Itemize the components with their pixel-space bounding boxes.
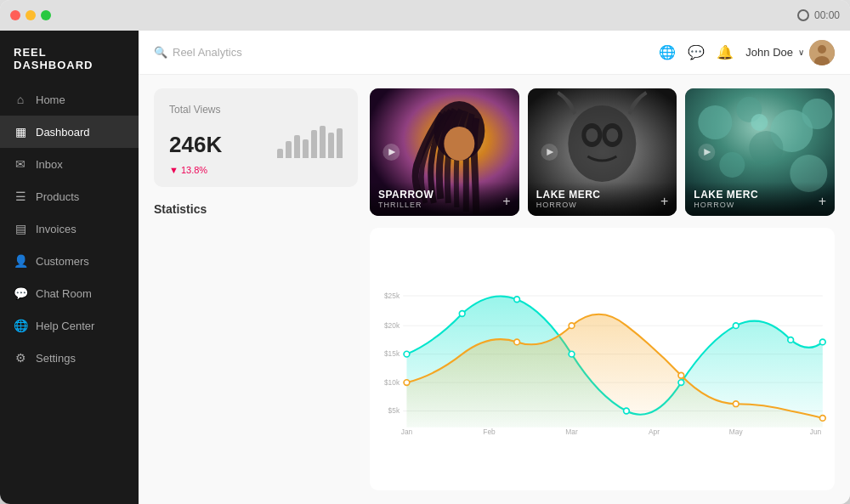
sidebar-label-products: Products: [36, 190, 79, 203]
sidebar-label-helpcenter: Help Center: [36, 320, 94, 332]
sidebar-item-customers[interactable]: 👤 Customers: [0, 245, 139, 277]
notification-icon[interactable]: 🔔: [717, 44, 734, 60]
svg-point-47: [514, 339, 520, 345]
movie-title-lakemerc1: LAKE MERC: [536, 189, 669, 201]
svg-text:Feb: Feb: [483, 428, 496, 436]
movie-card-lakemerc1[interactable]: LAKE MERC HORROW +: [528, 88, 677, 216]
stats-card: Total Views 246K ▼ 13.8%: [154, 88, 358, 187]
sidebar-label-invoices: Invoices: [36, 223, 76, 235]
movie-title-lakemerc2: LAKE MERC: [694, 189, 826, 201]
svg-point-22: [720, 152, 745, 178]
left-column: Total Views 246K ▼ 13.8% Statistics: [154, 88, 358, 490]
sidebar-label-inbox: Inbox: [36, 158, 63, 171]
sidebar-item-dashboard[interactable]: ▦ Dashboard: [0, 116, 139, 148]
svg-point-40: [569, 351, 575, 357]
svg-text:$25k: $25k: [384, 292, 400, 300]
globe-icon[interactable]: 🌐: [659, 44, 676, 60]
customers-icon: 👤: [14, 254, 27, 268]
svg-point-1: [818, 45, 826, 54]
svg-point-43: [733, 323, 739, 329]
add-lakemerc1-button[interactable]: +: [660, 194, 668, 209]
svg-text:$20k: $20k: [384, 321, 400, 330]
sidebar-item-helpcenter[interactable]: 🌐 Help Center: [0, 309, 139, 342]
sidebar-item-invoices[interactable]: ▤ Invoices: [0, 212, 139, 245]
sidebar-item-inbox[interactable]: ✉ Inbox: [0, 148, 139, 180]
sidebar-item-home[interactable]: ⌂ Home: [0, 83, 139, 116]
mini-bar: [303, 139, 309, 158]
movie-card-sparrow[interactable]: SPARROW THRILLER +: [370, 88, 519, 216]
app-body: REEL DASHBOARD ⌂ Home ▦ Dashboard ✉ Inbo…: [0, 31, 850, 504]
svg-point-20: [802, 99, 833, 129]
svg-text:Jun: Jun: [810, 428, 822, 436]
svg-text:$5k: $5k: [388, 406, 400, 415]
mini-bar-chart: [277, 124, 343, 158]
svg-text:$10k: $10k: [384, 378, 400, 387]
svg-point-5: [444, 127, 474, 161]
right-column: SPARROW THRILLER +: [370, 88, 835, 490]
sidebar-item-products[interactable]: ☰ Products: [0, 180, 139, 212]
sidebar: REEL DASHBOARD ⌂ Home ▦ Dashboard ✉ Inbo…: [0, 31, 139, 504]
user-name: John Doe: [745, 46, 793, 59]
movie-card-overlay-lakemerc2: LAKE MERC HORROW: [685, 182, 835, 216]
svg-text:Apr: Apr: [649, 428, 660, 436]
svg-point-21: [750, 131, 784, 165]
movie-genre-sparrow: THRILLER: [378, 201, 511, 209]
svg-point-13: [606, 128, 618, 142]
svg-point-42: [678, 380, 684, 386]
movie-card-lakemerc2[interactable]: LAKE MERC HORROW +: [685, 88, 835, 216]
topbar-right: 🌐 💬 🔔 John Doe ∨: [659, 40, 835, 65]
stats-change: ▼ 13.8%: [169, 165, 343, 175]
svg-point-51: [819, 416, 825, 422]
chat-icon[interactable]: 💬: [688, 44, 705, 60]
chevron-down-icon: ∨: [798, 48, 804, 57]
stats-change-value: 13.8%: [181, 165, 207, 175]
sidebar-label-chatroom: Chat Room: [36, 287, 92, 300]
svg-text:Mar: Mar: [565, 428, 578, 436]
mini-bar: [337, 128, 343, 158]
movie-title-sparrow: SPARROW: [378, 189, 511, 201]
maximize-button[interactable]: [41, 10, 51, 20]
mini-bar: [320, 126, 326, 158]
inbox-icon: ✉: [14, 157, 27, 171]
svg-point-49: [678, 372, 684, 378]
arrow-down-icon: ▼: [169, 165, 178, 175]
title-bar-controls: 00:00: [797, 9, 840, 21]
svg-point-45: [819, 339, 825, 345]
svg-text:Jan: Jan: [401, 428, 413, 436]
close-button[interactable]: [10, 10, 20, 20]
statistics-section-title: Statistics: [154, 202, 358, 216]
svg-point-46: [404, 380, 410, 386]
svg-point-44: [788, 337, 794, 343]
search-box[interactable]: 🔍 Reel Analytics: [154, 46, 242, 59]
record-icon: [797, 9, 809, 21]
stats-value: 246K: [169, 132, 222, 158]
svg-text:$15k: $15k: [384, 349, 400, 358]
sidebar-item-settings[interactable]: ⚙ Settings: [0, 342, 139, 374]
sidebar-item-chatroom[interactable]: 💬 Chat Room: [0, 277, 139, 309]
mini-bar: [286, 141, 292, 158]
svg-point-17: [699, 105, 733, 139]
mini-bar: [277, 149, 283, 158]
sidebar-label-home: Home: [36, 93, 65, 106]
search-placeholder: Reel Analytics: [173, 46, 242, 59]
stats-row: 246K: [169, 124, 343, 158]
topbar: 🔍 Reel Analytics 🌐 💬 🔔 John Doe ∨: [139, 31, 850, 75]
mini-bar: [328, 133, 334, 158]
movie-card-overlay-lakemerc1: LAKE MERC HORROW: [528, 182, 677, 216]
svg-point-24: [751, 114, 768, 131]
minimize-button[interactable]: [26, 10, 36, 20]
add-sparrow-button[interactable]: +: [502, 194, 510, 209]
svg-point-39: [514, 297, 520, 303]
svg-point-50: [733, 401, 739, 407]
helpcenter-icon: 🌐: [14, 319, 27, 332]
statistics-chart: $25k $20k $15k $10k $5k: [370, 228, 835, 490]
add-lakemerc2-button[interactable]: +: [819, 194, 826, 209]
home-icon: ⌂: [14, 93, 27, 106]
svg-point-37: [404, 351, 410, 357]
content-area: Total Views 246K ▼ 13.8% Statistics: [139, 75, 850, 504]
user-menu[interactable]: John Doe ∨: [745, 40, 835, 65]
svg-point-9: [568, 105, 636, 182]
sidebar-label-dashboard: Dashboard: [36, 126, 90, 139]
mini-bar: [311, 130, 317, 158]
invoices-icon: ▤: [14, 222, 27, 235]
